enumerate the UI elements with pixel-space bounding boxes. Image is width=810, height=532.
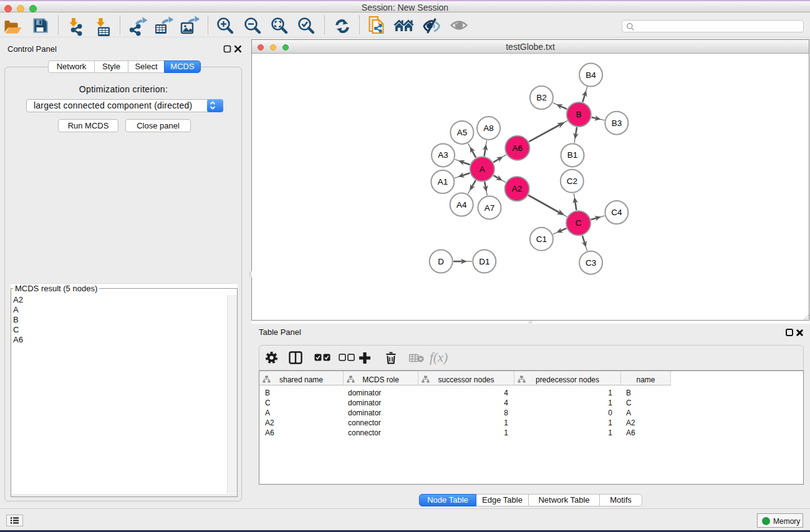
svg-text:A7: A7: [485, 203, 495, 213]
svg-text:C3: C3: [586, 258, 596, 268]
svg-text:C: C: [576, 218, 582, 228]
svg-text:B2: B2: [536, 93, 547, 102]
svg-text:A: A: [480, 165, 485, 174]
svg-text:A5: A5: [457, 128, 468, 137]
svg-text:A3: A3: [438, 150, 448, 160]
svg-text:C2: C2: [567, 177, 577, 186]
svg-text:A1: A1: [438, 177, 448, 186]
svg-text:D: D: [438, 257, 444, 266]
svg-text:B3: B3: [612, 118, 622, 128]
svg-text:B: B: [576, 110, 582, 119]
svg-text:C1: C1: [536, 235, 547, 244]
svg-text:C4: C4: [611, 208, 622, 217]
svg-text:A2: A2: [512, 184, 523, 193]
svg-text:B1: B1: [567, 150, 578, 160]
svg-text:B4: B4: [586, 70, 596, 80]
svg-text:A6: A6: [513, 143, 523, 153]
svg-text:A4: A4: [456, 200, 467, 210]
svg-text:A8: A8: [483, 123, 494, 133]
svg-text:D1: D1: [479, 257, 489, 266]
